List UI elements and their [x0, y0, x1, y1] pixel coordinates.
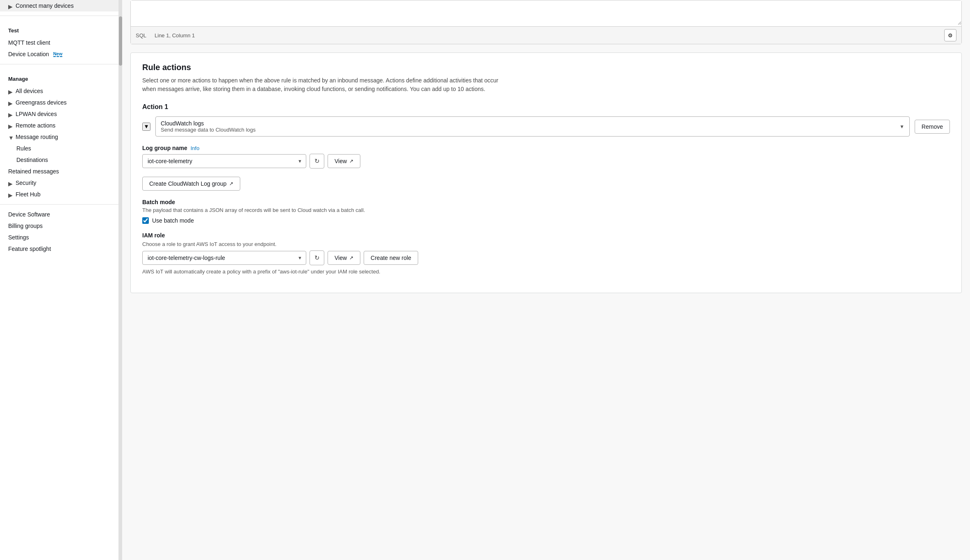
chevron-right-icon-security: ▶	[8, 180, 13, 185]
use-batch-mode-row: Use batch mode	[142, 217, 950, 224]
external-link-icon: ↗	[349, 158, 353, 164]
create-new-role-button[interactable]: Create new role	[364, 251, 418, 265]
iam-role-select-wrapper: iot-core-telemetry-cw-logs-rule ▼	[142, 251, 306, 265]
sidebar: ▶ Connect many devices Test MQTT test cl…	[0, 0, 119, 560]
create-cw-external-icon: ↗	[229, 181, 233, 187]
sql-editor-textarea[interactable]	[131, 0, 961, 25]
action-select-subtitle: Send message data to CloudWatch logs	[161, 127, 893, 133]
sql-status-bar: SQL Line 1, Column 1 ⚙	[131, 26, 961, 44]
chevron-right-icon-greengrass: ▶	[8, 100, 13, 105]
action1-row: ▼ CloudWatch logs Send message data to C…	[142, 116, 950, 137]
action-dropdown-chevron: ▼	[899, 124, 904, 130]
action-type-select-wrapper: CloudWatch logs Send message data to Clo…	[155, 116, 910, 137]
sidebar-item-billing-groups[interactable]: Billing groups	[0, 220, 118, 232]
chevron-right-icon-lpwan: ▶	[8, 112, 13, 116]
iam-role-input-row: iot-core-telemetry-cw-logs-rule ▼ ↻ View…	[142, 250, 950, 265]
log-group-view-button[interactable]: View ↗	[328, 154, 360, 168]
sidebar-item-connect-many-devices[interactable]: ▶ Connect many devices	[0, 0, 118, 11]
sidebar-item-feature-spotlight[interactable]: Feature spotlight	[0, 243, 118, 255]
chevron-right-icon-all-devices: ▶	[8, 89, 13, 93]
sidebar-item-mqtt-test-client[interactable]: MQTT test client	[0, 37, 118, 48]
gear-icon: ⚙	[948, 32, 953, 39]
sidebar-item-destinations[interactable]: Destinations	[0, 154, 118, 166]
sql-editor-container: SQL Line 1, Column 1 ⚙	[130, 0, 962, 44]
main-content: SQL Line 1, Column 1 ⚙ Rule actions Sele…	[122, 0, 970, 560]
use-batch-mode-label[interactable]: Use batch mode	[152, 217, 194, 224]
iam-footer-note: AWS IoT will automatically create a poli…	[142, 269, 950, 275]
rule-actions-card: Rule actions Select one or more actions …	[130, 52, 962, 293]
sidebar-item-retained-messages[interactable]: Retained messages	[0, 166, 118, 177]
use-batch-mode-checkbox[interactable]	[142, 217, 149, 224]
sidebar-item-all-devices[interactable]: ▶ All devices	[0, 85, 118, 97]
sql-position-label: Line 1, Column 1	[155, 32, 195, 39]
iam-external-link-icon: ↗	[349, 255, 353, 261]
sql-language-label: SQL	[136, 32, 146, 39]
iam-role-label: IAM role	[142, 232, 950, 239]
iam-view-label: View	[335, 255, 347, 261]
sidebar-item-fleet-hub[interactable]: ▶ Fleet Hub	[0, 189, 118, 200]
iam-refresh-icon: ↻	[314, 254, 320, 262]
log-group-input-row: iot-core-telemetry ▼ ↻ View ↗	[142, 154, 950, 168]
log-group-refresh-button[interactable]: ↻	[310, 154, 324, 168]
batch-mode-description: The payload that contains a JSON array o…	[142, 207, 950, 213]
iam-role-description: Choose a role to grant AWS IoT access to…	[142, 241, 950, 247]
batch-mode-section: Batch mode The payload that contains a J…	[142, 199, 950, 224]
sidebar-item-settings[interactable]: Settings	[0, 232, 118, 243]
create-cloudwatch-log-group-button[interactable]: Create CloudWatch Log group ↗	[142, 177, 240, 191]
sidebar-item-rules[interactable]: Rules	[0, 143, 118, 154]
log-group-select-wrapper: iot-core-telemetry ▼	[142, 154, 306, 168]
sidebar-section-test: Test	[0, 20, 118, 37]
create-cw-group-label: Create CloudWatch Log group	[149, 180, 227, 187]
chevron-right-icon-fleet: ▶	[8, 192, 13, 197]
action-select-title: CloudWatch logs	[161, 120, 893, 127]
iam-role-field: IAM role Choose a role to grant AWS IoT …	[142, 232, 950, 275]
sidebar-item-message-routing[interactable]: ▼ Message routing	[0, 131, 118, 143]
create-cw-group-section: Create CloudWatch Log group ↗	[142, 177, 950, 191]
iam-role-refresh-button[interactable]: ↻	[310, 250, 324, 265]
sidebar-item-security[interactable]: ▶ Security	[0, 177, 118, 189]
iam-role-view-button[interactable]: View ↗	[328, 251, 360, 265]
chevron-down-icon-message-routing: ▼	[8, 134, 13, 139]
sidebar-section-manage: Manage	[0, 68, 118, 85]
rule-actions-title: Rule actions	[142, 63, 950, 72]
new-badge: New	[53, 51, 63, 57]
view-label: View	[335, 158, 347, 164]
log-group-field: Log group name Info iot-core-telemetry ▼…	[142, 145, 950, 168]
refresh-icon: ↻	[314, 157, 320, 165]
iam-role-select[interactable]: iot-core-telemetry-cw-logs-rule	[142, 251, 306, 265]
batch-mode-title: Batch mode	[142, 199, 950, 205]
sidebar-scrollbar[interactable]	[119, 0, 122, 560]
sidebar-item-greengrass-devices[interactable]: ▶ Greengrass devices	[0, 97, 118, 108]
sidebar-item-device-software[interactable]: Device Software	[0, 209, 118, 220]
sql-gear-button[interactable]: ⚙	[944, 29, 956, 41]
sidebar-item-remote-actions[interactable]: ▶ Remote actions	[0, 120, 118, 131]
log-group-info-link[interactable]: Info	[191, 145, 200, 151]
action1-header: Action 1	[142, 103, 950, 111]
collapse-down-icon: ▼	[143, 123, 149, 130]
rule-actions-description: Select one or more actions to happen whe…	[142, 76, 511, 93]
log-group-select[interactable]: iot-core-telemetry	[142, 154, 306, 168]
chevron-right-icon: ▶	[8, 3, 13, 8]
sidebar-item-device-location[interactable]: Device Location New	[0, 48, 118, 60]
chevron-right-icon-remote: ▶	[8, 123, 13, 128]
sidebar-item-lpwan-devices[interactable]: ▶ LPWAN devices	[0, 108, 118, 120]
remove-button[interactable]: Remove	[915, 120, 950, 134]
log-group-label: Log group name Info	[142, 145, 950, 151]
collapse-arrow-button[interactable]: ▼	[142, 123, 150, 131]
